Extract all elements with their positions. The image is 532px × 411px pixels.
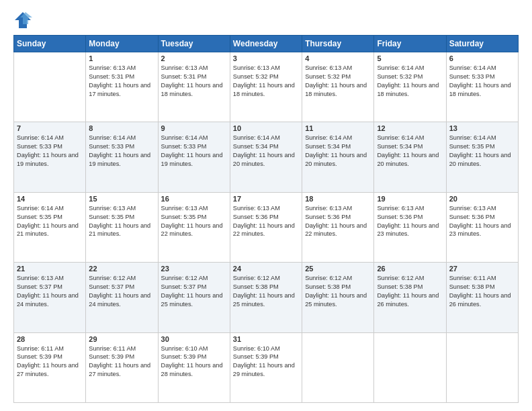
calendar-cell: 19 Sunrise: 6:13 AMSunset: 5:36 PMDaylig… (374, 192, 446, 262)
day-header-monday: Monday (86, 36, 158, 52)
calendar-cell: 6 Sunrise: 6:14 AMSunset: 5:33 PMDayligh… (446, 52, 518, 122)
calendar-cell (374, 332, 446, 402)
day-number: 22 (89, 265, 154, 273)
day-number: 20 (449, 195, 515, 203)
day-number: 5 (377, 54, 443, 62)
cell-sunrise: Sunrise: 6:12 AMSunset: 5:38 PMDaylight:… (377, 275, 439, 308)
cell-sunrise: Sunrise: 6:13 AMSunset: 5:35 PMDaylight:… (161, 205, 223, 238)
cell-sunrise: Sunrise: 6:12 AMSunset: 5:38 PMDaylight:… (305, 275, 367, 308)
calendar-cell: 30 Sunrise: 6:10 AMSunset: 5:39 PMDaylig… (158, 332, 230, 402)
cell-sunrise: Sunrise: 6:13 AMSunset: 5:36 PMDaylight:… (305, 205, 367, 238)
cell-sunrise: Sunrise: 6:14 AMSunset: 5:34 PMDaylight:… (377, 134, 439, 167)
calendar-cell: 11 Sunrise: 6:14 AMSunset: 5:34 PMDaylig… (302, 122, 374, 192)
day-number: 4 (305, 54, 371, 62)
day-number: 8 (89, 124, 154, 132)
calendar-cell: 3 Sunrise: 6:13 AMSunset: 5:32 PMDayligh… (230, 52, 302, 122)
calendar-cell: 14 Sunrise: 6:14 AMSunset: 5:35 PMDaylig… (14, 192, 86, 262)
cell-sunrise: Sunrise: 6:12 AMSunset: 5:38 PMDaylight:… (233, 275, 295, 308)
calendar-cell: 15 Sunrise: 6:13 AMSunset: 5:35 PMDaylig… (86, 192, 158, 262)
calendar-cell: 18 Sunrise: 6:13 AMSunset: 5:36 PMDaylig… (302, 192, 374, 262)
calendar-cell: 9 Sunrise: 6:14 AMSunset: 5:33 PMDayligh… (158, 122, 230, 192)
cell-sunrise: Sunrise: 6:13 AMSunset: 5:35 PMDaylight:… (89, 205, 150, 238)
calendar-cell: 26 Sunrise: 6:12 AMSunset: 5:38 PMDaylig… (374, 263, 446, 332)
day-number: 31 (233, 335, 299, 343)
cell-sunrise: Sunrise: 6:13 AMSunset: 5:32 PMDaylight:… (233, 64, 295, 97)
logo-icon (13, 11, 32, 30)
calendar-cell: 16 Sunrise: 6:13 AMSunset: 5:35 PMDaylig… (158, 192, 230, 262)
calendar-week-4: 21 Sunrise: 6:13 AMSunset: 5:37 PMDaylig… (14, 263, 519, 332)
day-number: 23 (161, 265, 227, 273)
day-number: 10 (233, 124, 299, 132)
calendar-cell: 2 Sunrise: 6:13 AMSunset: 5:31 PMDayligh… (158, 52, 230, 122)
day-header-saturday: Saturday (446, 36, 518, 52)
cell-sunrise: Sunrise: 6:14 AMSunset: 5:33 PMDaylight:… (89, 134, 150, 167)
cell-sunrise: Sunrise: 6:14 AMSunset: 5:33 PMDaylight:… (449, 64, 511, 97)
day-number: 28 (17, 335, 83, 343)
calendar-cell (446, 332, 518, 402)
calendar-week-1: 1 Sunrise: 6:13 AMSunset: 5:31 PMDayligh… (14, 52, 519, 122)
calendar-cell: 10 Sunrise: 6:14 AMSunset: 5:34 PMDaylig… (230, 122, 302, 192)
calendar-cell: 12 Sunrise: 6:14 AMSunset: 5:34 PMDaylig… (374, 122, 446, 192)
cell-sunrise: Sunrise: 6:13 AMSunset: 5:36 PMDaylight:… (449, 205, 511, 238)
calendar-cell: 4 Sunrise: 6:13 AMSunset: 5:32 PMDayligh… (302, 52, 374, 122)
day-number: 18 (305, 195, 371, 203)
calendar-cell: 22 Sunrise: 6:12 AMSunset: 5:37 PMDaylig… (86, 263, 158, 332)
day-header-thursday: Thursday (302, 36, 374, 52)
day-header-tuesday: Tuesday (158, 36, 230, 52)
cell-sunrise: Sunrise: 6:13 AMSunset: 5:31 PMDaylight:… (89, 64, 150, 97)
cell-sunrise: Sunrise: 6:13 AMSunset: 5:37 PMDaylight:… (17, 275, 79, 308)
cell-sunrise: Sunrise: 6:11 AMSunset: 5:38 PMDaylight:… (449, 275, 511, 308)
calendar-cell: 23 Sunrise: 6:12 AMSunset: 5:37 PMDaylig… (158, 263, 230, 332)
cell-sunrise: Sunrise: 6:11 AMSunset: 5:39 PMDaylight:… (89, 345, 150, 378)
day-number: 11 (305, 124, 371, 132)
day-number: 6 (449, 54, 515, 62)
day-number: 25 (305, 265, 371, 273)
cell-sunrise: Sunrise: 6:12 AMSunset: 5:37 PMDaylight:… (161, 275, 223, 308)
day-number: 13 (449, 124, 515, 132)
calendar-cell: 31 Sunrise: 6:10 AMSunset: 5:39 PMDaylig… (230, 332, 302, 402)
day-number: 15 (89, 195, 154, 203)
calendar-header-row: SundayMondayTuesdayWednesdayThursdayFrid… (14, 36, 519, 52)
logo (13, 11, 35, 30)
calendar-cell: 29 Sunrise: 6:11 AMSunset: 5:39 PMDaylig… (86, 332, 158, 402)
day-number: 14 (17, 195, 83, 203)
day-number: 29 (89, 335, 154, 343)
day-number: 27 (449, 265, 515, 273)
day-number: 1 (89, 54, 154, 62)
calendar-cell: 21 Sunrise: 6:13 AMSunset: 5:37 PMDaylig… (14, 263, 86, 332)
calendar-cell: 5 Sunrise: 6:14 AMSunset: 5:32 PMDayligh… (374, 52, 446, 122)
cell-sunrise: Sunrise: 6:14 AMSunset: 5:34 PMDaylight:… (305, 134, 367, 167)
cell-sunrise: Sunrise: 6:13 AMSunset: 5:36 PMDaylight:… (377, 205, 439, 238)
calendar-week-3: 14 Sunrise: 6:14 AMSunset: 5:35 PMDaylig… (14, 192, 519, 262)
day-number: 9 (161, 124, 227, 132)
cell-sunrise: Sunrise: 6:14 AMSunset: 5:34 PMDaylight:… (233, 134, 295, 167)
calendar-page: SundayMondayTuesdayWednesdayThursdayFrid… (0, 0, 532, 411)
day-number: 26 (377, 265, 443, 273)
cell-sunrise: Sunrise: 6:13 AMSunset: 5:31 PMDaylight:… (161, 64, 223, 97)
calendar-cell: 17 Sunrise: 6:13 AMSunset: 5:36 PMDaylig… (230, 192, 302, 262)
calendar-cell: 20 Sunrise: 6:13 AMSunset: 5:36 PMDaylig… (446, 192, 518, 262)
calendar-cell (14, 52, 86, 122)
calendar-cell: 27 Sunrise: 6:11 AMSunset: 5:38 PMDaylig… (446, 263, 518, 332)
cell-sunrise: Sunrise: 6:13 AMSunset: 5:36 PMDaylight:… (233, 205, 295, 238)
calendar-table: SundayMondayTuesdayWednesdayThursdayFrid… (13, 35, 519, 403)
day-number: 7 (17, 124, 83, 132)
cell-sunrise: Sunrise: 6:14 AMSunset: 5:32 PMDaylight:… (377, 64, 439, 97)
cell-sunrise: Sunrise: 6:10 AMSunset: 5:39 PMDaylight:… (161, 345, 223, 378)
calendar-cell: 25 Sunrise: 6:12 AMSunset: 5:38 PMDaylig… (302, 263, 374, 332)
calendar-week-5: 28 Sunrise: 6:11 AMSunset: 5:39 PMDaylig… (14, 332, 519, 402)
day-header-wednesday: Wednesday (230, 36, 302, 52)
cell-sunrise: Sunrise: 6:14 AMSunset: 5:33 PMDaylight:… (17, 134, 79, 167)
day-number: 12 (377, 124, 443, 132)
cell-sunrise: Sunrise: 6:11 AMSunset: 5:39 PMDaylight:… (17, 345, 79, 378)
cell-sunrise: Sunrise: 6:13 AMSunset: 5:32 PMDaylight:… (305, 64, 367, 97)
day-number: 17 (233, 195, 299, 203)
day-number: 3 (233, 54, 299, 62)
cell-sunrise: Sunrise: 6:14 AMSunset: 5:35 PMDaylight:… (17, 205, 79, 238)
calendar-cell: 24 Sunrise: 6:12 AMSunset: 5:38 PMDaylig… (230, 263, 302, 332)
cell-sunrise: Sunrise: 6:14 AMSunset: 5:33 PMDaylight:… (161, 134, 223, 167)
cell-sunrise: Sunrise: 6:14 AMSunset: 5:35 PMDaylight:… (449, 134, 511, 167)
day-number: 24 (233, 265, 299, 273)
day-header-friday: Friday (374, 36, 446, 52)
page-header (13, 11, 519, 30)
